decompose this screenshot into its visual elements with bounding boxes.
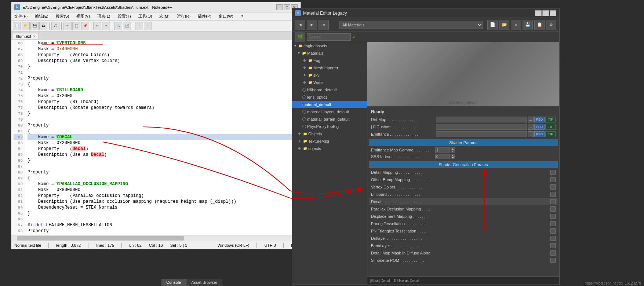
sp-value-sss-index[interactable]	[435, 154, 450, 159]
me-restore-button[interactable]: □	[542, 10, 549, 16]
tree-item-fog[interactable]: ✛ 📁 Fog	[292, 57, 367, 64]
me-confirm-icon[interactable]: ✓	[352, 34, 355, 40]
gen-checkbox-11[interactable]	[550, 250, 556, 256]
gen-checkbox-2[interactable]	[550, 184, 556, 190]
me-btn-save[interactable]: 💾	[523, 20, 533, 30]
gen-checkbox-7[interactable]	[550, 221, 556, 226]
me-btn-forward[interactable]: ▶	[307, 20, 317, 30]
tree-item-engineassets[interactable]: ▼ 📁 engineassets	[292, 42, 367, 50]
sp-up-btn[interactable]: ▲	[451, 147, 455, 150]
tree-item-physproxytoo[interactable]: PhysProxyTooBig	[292, 123, 367, 130]
gen-checkbox-9[interactable]	[550, 236, 556, 241]
tab-close-icon[interactable]: ✕	[33, 34, 36, 38]
code-area[interactable]: Name = %VERTCOLORS Mask = 0x400000 Prope…	[25, 40, 295, 235]
me-dropdown-row: All Materials	[336, 21, 486, 29]
tree-label-material-default: material_default	[302, 102, 331, 107]
sp-up-btn-sss[interactable]: ▲	[451, 154, 455, 157]
tree-item-objects2[interactable]: ✛ 📁 objects	[292, 145, 367, 152]
me-search-filter-btn[interactable]: 🌿	[295, 32, 305, 42]
notepad-titlebar: N E:\3DEngine\CryEngine\CEProject\BlankT…	[11, 2, 301, 12]
gen-checkbox-3[interactable]	[550, 192, 556, 197]
tb-copy[interactable]: 📋	[72, 22, 80, 30]
me-close-button[interactable]: ✕	[550, 10, 556, 16]
code-line-68: Property (Vertex Colors)	[28, 52, 292, 58]
param-btn-custom[interactable]: …	[528, 124, 534, 130]
gen-checkbox-10[interactable]	[550, 243, 556, 248]
minimize-button[interactable]: _	[276, 4, 283, 10]
me-btn-new[interactable]: 📄	[487, 20, 498, 30]
tb-find[interactable]: 🔍	[114, 22, 122, 30]
tb-save[interactable]: 💾	[30, 22, 39, 30]
menu-language[interactable]: 语言(L)	[96, 14, 112, 19]
horizontal-scrollbar[interactable]	[11, 235, 301, 241]
code-line-67: Mask = 0x400000	[28, 46, 292, 52]
tb-open[interactable]: 📂	[22, 22, 30, 30]
menu-edit[interactable]: 编辑(E)	[33, 14, 50, 19]
param-label-emittance: Emittance . . . . . . . . . . . . .	[371, 132, 435, 136]
tree-item-sky[interactable]: ✛ 📁 sky	[292, 72, 367, 79]
gen-checkbox-1[interactable]	[550, 177, 556, 182]
sp-value-emittance-gamma[interactable]	[435, 147, 450, 153]
me-minimize-button[interactable]: _	[535, 10, 542, 16]
folder-icon: 📁	[303, 132, 307, 136]
gen-checkbox-5[interactable]	[550, 206, 556, 212]
tb-undo[interactable]: ↩	[93, 22, 101, 30]
tree-item-texturemsg[interactable]: ✛ 📁 TextureMsg	[292, 138, 367, 145]
code-line-83: Mask = 0x2000000	[28, 140, 292, 146]
tree-item-meshimporter[interactable]: ✛ 📁 MeshImporter	[292, 64, 367, 72]
menu-run[interactable]: 运行(R)	[175, 14, 192, 19]
me-btn-open[interactable]: 📂	[499, 20, 509, 30]
tree-item-material-terrain-default[interactable]: material_terrain_default	[292, 115, 367, 123]
gen-checkbox-8[interactable]	[550, 228, 556, 234]
menu-file[interactable]: 文件(F)	[13, 14, 29, 19]
me-btn-copy[interactable]: 📋	[534, 20, 545, 30]
menu-view[interactable]: 视图(V)	[75, 14, 91, 19]
menu-plugins[interactable]: 插件(P)	[196, 14, 213, 19]
tb-cut[interactable]: ✂	[63, 22, 72, 30]
menu-help[interactable]: ?	[239, 14, 244, 19]
tb-replace[interactable]: 🔄	[123, 22, 131, 30]
code-line-99: {	[28, 234, 292, 235]
tb-outdent[interactable]: ←	[144, 22, 152, 30]
me-btn-rotate[interactable]: ↻	[319, 20, 329, 30]
gen-checkbox-4[interactable]	[550, 199, 556, 204]
tb-print[interactable]: 🖨	[51, 22, 59, 30]
me-btn-back[interactable]: ◀	[295, 20, 305, 30]
me-btn-settings[interactable]: ⚙	[546, 20, 556, 30]
tab-asset-browser[interactable]: Asset Browser	[186, 279, 222, 286]
me-search-input[interactable]	[307, 33, 351, 41]
gen-checkbox-12[interactable]	[550, 258, 556, 263]
tree-radio-icon	[302, 95, 306, 99]
tree-item-lens-optics[interactable]: lens_optics	[292, 94, 367, 101]
tab-illum[interactable]: Illum.ext ✕	[13, 33, 39, 39]
tb-new[interactable]: 📄	[13, 22, 21, 30]
tb-redo[interactable]: ↪	[102, 22, 110, 30]
menu-window[interactable]: 窗口(W)	[217, 14, 235, 19]
param-btn-emittance[interactable]: …	[528, 131, 534, 137]
gen-checkbox-6[interactable]	[550, 214, 556, 219]
menu-macro[interactable]: 宏(M)	[158, 14, 171, 19]
tree-item-objects[interactable]: ✛ 📁 Objects	[292, 130, 367, 138]
tree-radio-icon	[302, 125, 306, 128]
me-btn-delete[interactable]: ✕	[511, 20, 521, 30]
tab-console[interactable]: Console	[161, 279, 186, 286]
restore-button[interactable]: □	[284, 4, 290, 10]
menu-settings[interactable]: 设置(T)	[116, 14, 132, 19]
tree-label-sky: sky	[313, 72, 320, 78]
h-scroll-thumb[interactable]	[17, 236, 184, 241]
tree-item-material-layers-default[interactable]: material_layers_default	[292, 108, 367, 115]
sp-down-btn-sss[interactable]: ▼	[451, 157, 455, 159]
me-all-materials-dropdown[interactable]: All Materials	[339, 21, 483, 29]
tree-item-materials[interactable]: ▼ 📁 Materials	[292, 50, 367, 57]
menu-search[interactable]: 搜索(S)	[54, 14, 71, 19]
param-btn-dirt-map[interactable]: …	[528, 117, 534, 122]
menu-tools[interactable]: 工具(O)	[137, 14, 154, 19]
tb-paste[interactable]: 📌	[81, 22, 89, 30]
tree-item-water[interactable]: ✛ 📁 Water	[292, 79, 367, 86]
sp-down-btn[interactable]: ▼	[451, 150, 455, 153]
tb-save-all[interactable]: 🗂	[39, 22, 47, 30]
tree-item-material-default[interactable]: material_default	[292, 101, 367, 108]
tree-item-billboard-default[interactable]: billboard_default	[292, 86, 367, 94]
gen-checkbox-0[interactable]	[550, 170, 556, 175]
tb-indent[interactable]: →	[135, 22, 143, 30]
